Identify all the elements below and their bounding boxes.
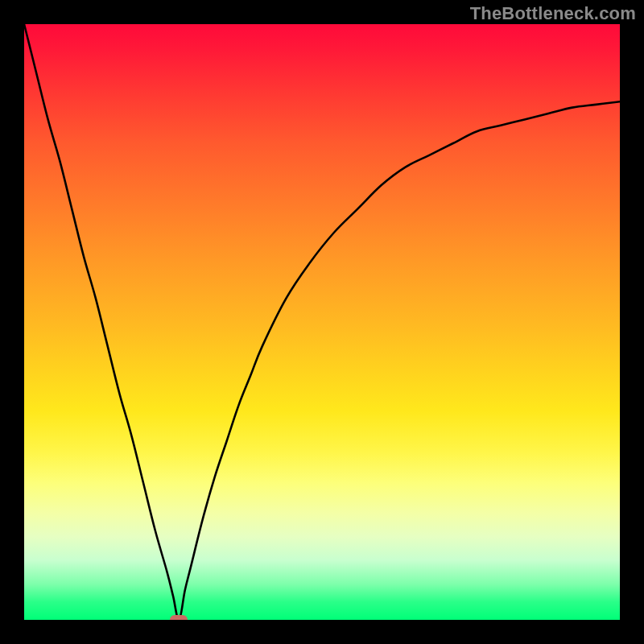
optimal-point-marker bbox=[170, 615, 188, 620]
watermark-text: TheBottleneck.com bbox=[470, 3, 636, 24]
curve-svg bbox=[24, 24, 620, 620]
bottleneck-curve bbox=[24, 24, 620, 620]
chart-frame: TheBottleneck.com bbox=[0, 0, 644, 644]
plot-area bbox=[24, 24, 620, 620]
